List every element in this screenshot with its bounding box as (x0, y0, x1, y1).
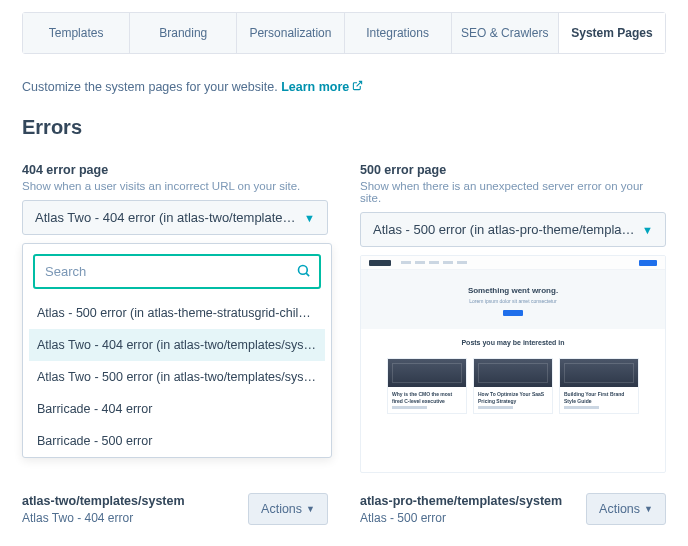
help-404: Show when a user visits an incorrect URL… (22, 180, 328, 192)
caret-down-icon: ▼ (304, 212, 315, 224)
svg-line-2 (306, 273, 309, 276)
caret-down-icon: ▼ (642, 224, 653, 236)
caret-down-icon: ▼ (306, 504, 315, 514)
footer-500-name: Atlas - 500 error (360, 511, 562, 525)
settings-tabs: Templates Branding Personalization Integ… (22, 12, 666, 54)
tab-seo-crawlers[interactable]: SEO & Crawlers (452, 13, 559, 53)
help-500: Show when there is an unexpected server … (360, 180, 666, 204)
label-404: 404 error page (22, 163, 328, 177)
tab-personalization[interactable]: Personalization (237, 13, 344, 53)
search-input[interactable] (33, 254, 321, 289)
preview-section-title: Posts you may be interested in (361, 339, 665, 346)
col-500: 500 error page Show when there is an une… (360, 163, 666, 473)
external-link-icon (352, 80, 363, 94)
footer-404: atlas-two/templates/system Atlas Two - 4… (22, 493, 328, 525)
select-500-template[interactable]: Atlas - 500 error (in atlas-pro-theme/te… (360, 212, 666, 247)
svg-point-1 (299, 265, 308, 274)
preview-headline: Something went wrong. (361, 286, 665, 295)
section-title-errors: Errors (22, 116, 666, 139)
tab-templates[interactable]: Templates (23, 13, 130, 53)
preview-card-title: Why is the CMO the most fired C-level ex… (392, 391, 462, 404)
col-404: 404 error page Show when a user visits a… (22, 163, 328, 473)
svg-line-0 (357, 81, 362, 86)
preview-logo (369, 260, 391, 266)
dropdown-option[interactable]: Barricade - 500 error (29, 425, 325, 457)
footer-500-path: atlas-pro-theme/templates/system (360, 494, 562, 508)
dropdown-404-templates: Atlas - 500 error (in atlas-theme-stratu… (22, 243, 332, 458)
select-404-value: Atlas Two - 404 error (in atlas-two/temp… (35, 210, 298, 225)
dropdown-option[interactable]: Atlas - 500 error (in atlas-theme-stratu… (29, 297, 325, 329)
footer-404-name: Atlas Two - 404 error (22, 511, 185, 525)
preview-card-title: Building Your First Brand Style Guide (564, 391, 634, 404)
dropdown-option[interactable]: Atlas Two - 500 error (in atlas-two/temp… (29, 361, 325, 393)
caret-down-icon: ▼ (644, 504, 653, 514)
label-500: 500 error page (360, 163, 666, 177)
footer-404-path: atlas-two/templates/system (22, 494, 185, 508)
tab-integrations[interactable]: Integrations (345, 13, 452, 53)
tab-system-pages[interactable]: System Pages (559, 13, 665, 53)
dropdown-option[interactable]: Barricade - 404 error (29, 393, 325, 425)
search-icon (296, 263, 311, 281)
actions-button-500[interactable]: Actions▼ (586, 493, 666, 525)
dropdown-options[interactable]: Atlas - 500 error (in atlas-theme-stratu… (29, 297, 325, 457)
intro-text: Customize the system pages for your webs… (22, 80, 666, 94)
actions-button-404[interactable]: Actions▼ (248, 493, 328, 525)
tab-branding[interactable]: Branding (130, 13, 237, 53)
select-404-template[interactable]: Atlas Two - 404 error (in atlas-two/temp… (22, 200, 328, 235)
preview-cta (639, 260, 657, 266)
template-preview-500: Something went wrong. Lorem ipsum dolor … (360, 255, 666, 473)
select-500-value: Atlas - 500 error (in atlas-pro-theme/te… (373, 222, 636, 237)
learn-more-link[interactable]: Learn more (281, 80, 363, 94)
intro-copy: Customize the system pages for your webs… (22, 80, 281, 94)
preview-card-title: How To Optimize Your SaaS Pricing Strate… (478, 391, 548, 404)
footer-500: atlas-pro-theme/templates/system Atlas -… (360, 493, 666, 525)
dropdown-option[interactable]: Atlas Two - 404 error (in atlas-two/temp… (29, 329, 325, 361)
